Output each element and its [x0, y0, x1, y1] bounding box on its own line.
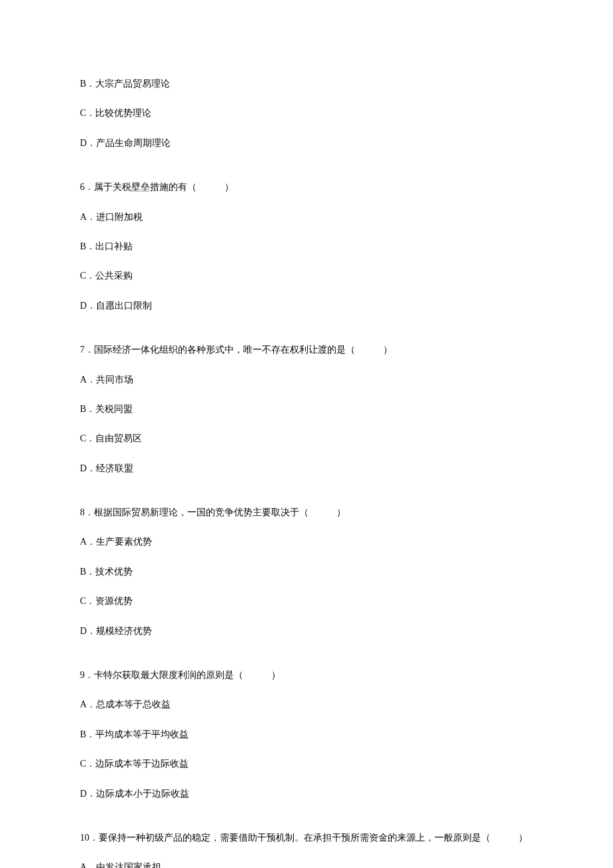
option-text: C．公共采购 [80, 269, 533, 283]
question-stem: 7．国际经济一体化组织的各种形式中，唯一不存在权利让渡的是（ ） [80, 343, 533, 357]
option-text: D．边际成本小于边际收益 [80, 787, 533, 801]
option-text: C．自由贸易区 [80, 431, 533, 446]
option-text: A．进口附加税 [80, 210, 533, 225]
question-10: 10．要保持一种初级产品的稳定，需要借助干预机制。在承担干预所需资金的来源上，一… [80, 831, 533, 868]
option-text: C．边际成本等于边际收益 [80, 757, 533, 771]
option-text: B．出口补贴 [80, 239, 533, 254]
leading-options-block: B．大宗产品贸易理论 C．比较优势理论 D．产品生命周期理论 [80, 77, 533, 151]
option-text: B．技术优势 [80, 565, 533, 579]
question-9: 9．卡特尔获取最大限度利润的原则是（ ） A．总成本等于总收益 B．平均成本等于… [80, 668, 533, 801]
option-text: A．共同市场 [80, 373, 533, 387]
option-text: B．关税同盟 [80, 402, 533, 417]
option-text: C．比较优势理论 [80, 106, 533, 121]
option-text: D．经济联盟 [80, 461, 533, 476]
question-stem: 10．要保持一种初级产品的稳定，需要借助干预机制。在承担干预所需资金的来源上，一… [80, 831, 533, 845]
option-text: A．生产要素优势 [80, 535, 533, 549]
option-text: B．平均成本等于平均收益 [80, 727, 533, 742]
question-8: 8．根据国际贸易新理论，一国的竞争优势主要取决于（ ） A．生产要素优势 B．技… [80, 505, 533, 639]
option-text: A．由发达国家承担 [80, 860, 533, 868]
question-stem: 8．根据国际贸易新理论，一国的竞争优势主要取决于（ ） [80, 505, 533, 520]
option-text: C．资源优势 [80, 594, 533, 609]
question-7: 7．国际经济一体化组织的各种形式中，唯一不存在权利让渡的是（ ） A．共同市场 … [80, 343, 533, 476]
question-6: 6．属于关税壁垒措施的有（ ） A．进口附加税 B．出口补贴 C．公共采购 D．… [80, 180, 533, 313]
option-text: B．大宗产品贸易理论 [80, 77, 533, 91]
option-text: D．规模经济优势 [80, 624, 533, 639]
option-text: D．自愿出口限制 [80, 299, 533, 313]
question-stem: 6．属于关税壁垒措施的有（ ） [80, 180, 533, 195]
option-text: D．产品生命周期理论 [80, 136, 533, 151]
option-text: A．总成本等于总收益 [80, 697, 533, 712]
question-stem: 9．卡特尔获取最大限度利润的原则是（ ） [80, 668, 533, 683]
